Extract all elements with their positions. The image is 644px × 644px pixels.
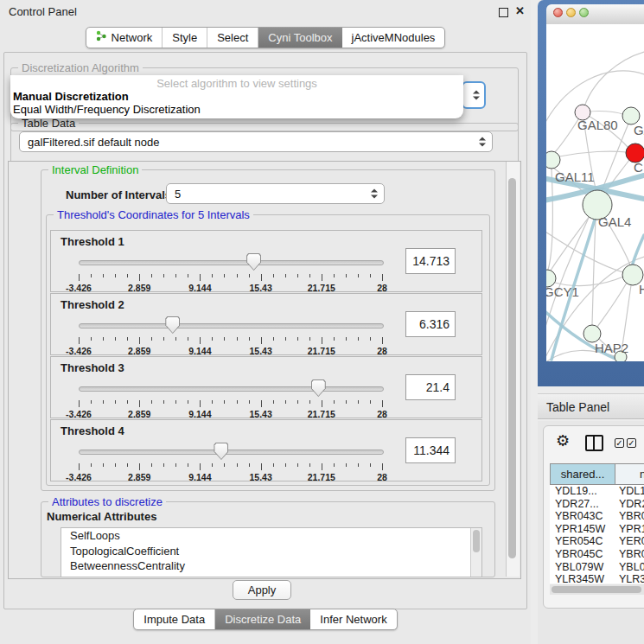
tab-jactivemnodules[interactable]: jActiveMNodules — [342, 28, 445, 48]
threshold-slider[interactable]: -3.4262.8599.14415.4321.71528 — [79, 443, 384, 479]
slider-tick — [188, 274, 188, 277]
attribute-list-item[interactable]: TopologicalCoefficient — [61, 544, 481, 559]
slider-tick-label: 2.859 — [128, 409, 150, 419]
slider-tick — [115, 337, 116, 341]
network-icon — [96, 28, 107, 48]
numerical-attributes-list[interactable]: SelfLoopsTopologicalCoefficientBetweenne… — [61, 527, 482, 577]
slider-track[interactable] — [79, 323, 384, 328]
slider-tick — [115, 400, 116, 404]
slider-tick — [200, 274, 201, 281]
slider-tick — [261, 274, 262, 281]
network-node[interactable] — [543, 151, 560, 169]
tab-network[interactable]: Network — [86, 28, 163, 48]
threshold-value-field[interactable]: 11.344 — [405, 437, 456, 463]
slider-thumb[interactable] — [214, 443, 228, 460]
table-row[interactable]: YER054CYER0 — [550, 535, 644, 548]
slider-tick — [358, 337, 359, 341]
algorithm-combobox[interactable] — [462, 81, 486, 109]
threshold-value-field[interactable]: 14.713 — [405, 248, 456, 274]
attribute-list-item[interactable]: SelfLoops — [61, 528, 481, 544]
dropdown-option[interactable]: Manual Discretization — [10, 90, 463, 103]
slider-tick — [370, 400, 371, 404]
table-row[interactable]: YDR27...YDR2 — [550, 498, 644, 511]
table-panel: ⚙ ✓ ✓ shared... na YDL19...YDL1YDR27...Y… — [538, 421, 644, 644]
network-canvas[interactable]: GAL80GALCGAL11GAL4GCY1HHAP2 — [538, 0, 644, 386]
network-view-window[interactable]: GAL80GALCGAL11GAL4GCY1HHAP2 — [538, 0, 644, 386]
number-of-intervals-label: Number of Intervals — [66, 188, 171, 201]
slider-tick — [322, 463, 322, 470]
slider-tick — [79, 337, 80, 344]
algorithm-dropdown-popup: Select algorithm to view settings Manual… — [10, 75, 463, 118]
threshold-slider[interactable]: -3.4262.8599.14415.4321.71528 — [79, 379, 384, 416]
slider-tick — [358, 274, 359, 277]
cell-name: YLR3 — [615, 573, 644, 583]
table-row[interactable]: YBL079WYBL0 — [550, 561, 644, 574]
table-row[interactable]: YDL19...YDL1 — [550, 485, 644, 498]
slider-tick-label: 21.715 — [308, 472, 335, 482]
slider-tick — [175, 463, 176, 467]
slider-tick — [261, 463, 262, 470]
gear-icon[interactable]: ⚙ — [556, 431, 570, 450]
horizontal-scrollbar-thumb[interactable] — [552, 586, 641, 593]
list-scrollbar[interactable] — [470, 528, 481, 577]
slider-thumb[interactable] — [311, 379, 326, 397]
cell-shared-name: YDR27... — [550, 498, 615, 511]
close-icon[interactable]: ✕ — [515, 4, 525, 17]
tab-infer-network[interactable]: Infer Network — [310, 609, 396, 629]
slider-track[interactable] — [79, 386, 384, 392]
tab-select[interactable]: Select — [207, 28, 258, 48]
slider-tick-label: 2.859 — [128, 283, 150, 293]
threshold-value-field[interactable]: 21.4 — [405, 374, 456, 400]
network-node[interactable] — [622, 107, 640, 124]
slider-tick — [139, 274, 140, 281]
threshold-slider[interactable]: -3.4262.8599.14415.4321.71528 — [79, 253, 384, 290]
table-data-combobox[interactable]: galFiltered.sif default node — [19, 131, 493, 152]
threshold-value-field[interactable]: 6.316 — [405, 311, 456, 337]
slider-tick — [224, 463, 225, 467]
network-node[interactable] — [583, 325, 601, 342]
control-panel: Control Panel ✕ NetworkStyleSelectCyni T… — [0, 0, 531, 644]
tab-impute-data[interactable]: Impute Data — [134, 609, 215, 629]
slider-track[interactable] — [79, 260, 384, 265]
interval-definition-title: Interval Definition — [48, 163, 142, 176]
node-table-panel: ⚙ ✓ ✓ shared... na YDL19...YDL1YDR27...Y… — [543, 425, 644, 609]
float-window-icon[interactable] — [499, 8, 508, 17]
table-row[interactable]: YBR045CYBR0 — [550, 548, 644, 561]
slider-tick — [273, 400, 274, 404]
cyni-mode-tabs: Impute DataDiscretize DataInfer Network — [133, 609, 397, 630]
slider-track[interactable] — [79, 450, 384, 455]
cell-shared-name: YBR043C — [550, 510, 615, 523]
horizontal-scrollbar[interactable] — [550, 584, 644, 595]
threshold-slider[interactable]: -3.4262.8599.14415.4321.71528 — [79, 316, 384, 353]
slider-tick-label: 21.715 — [308, 346, 335, 356]
tab-discretize-data[interactable]: Discretize Data — [215, 609, 310, 629]
number-of-intervals-combobox[interactable]: 5 — [166, 183, 385, 204]
split-column-icon[interactable] — [585, 435, 603, 451]
table-row[interactable]: YPR145WYPR1 — [550, 523, 644, 536]
checkbox-checked-icon[interactable]: ✓ — [627, 438, 636, 448]
slider-tick — [151, 274, 152, 277]
dropdown-options: Manual DiscretizationEqual Width/Frequen… — [10, 90, 463, 116]
table-row[interactable]: YLR345WYLR3 — [550, 573, 644, 583]
dropdown-option[interactable]: Equal Width/Frequency Discretization — [10, 103, 463, 116]
tab-style[interactable]: Style — [163, 28, 207, 48]
column-header-name[interactable]: na — [615, 463, 644, 485]
slider-thumb[interactable] — [246, 253, 261, 271]
slider-tick — [346, 274, 347, 277]
slider-tick — [91, 337, 92, 341]
tab-cyni-toolbox[interactable]: Cyni Toolbox — [258, 28, 341, 48]
table-row[interactable]: YBR043CYBR0 — [550, 510, 644, 523]
apply-button[interactable]: Apply — [233, 580, 291, 600]
slider-tick-label: 15.43 — [249, 346, 271, 356]
checkbox-checked-icon[interactable]: ✓ — [615, 438, 624, 448]
slider-tick — [346, 463, 347, 467]
slider-thumb[interactable] — [165, 316, 180, 334]
slider-tick — [163, 274, 164, 277]
attribute-list-item[interactable]: BetweennessCentrality — [61, 558, 481, 574]
slider-tick — [127, 463, 128, 467]
column-header-shared[interactable]: shared... — [550, 463, 615, 485]
table-rows[interactable]: YDL19...YDL1YDR27...YDR2YBR043CYBR0YPR14… — [550, 485, 644, 583]
vertical-scrollbar-thumb[interactable] — [508, 178, 516, 558]
slider-tick-label: 21.715 — [308, 283, 335, 293]
slider-tick — [127, 337, 128, 341]
